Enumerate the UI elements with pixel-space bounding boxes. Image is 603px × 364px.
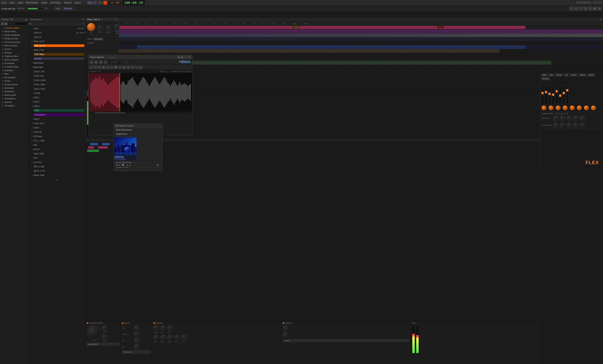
- filter-btn-bite[interactable]: Bite: [548, 73, 554, 77]
- sidebar-item-backup[interactable]: ▶ Backup: [0, 51, 28, 54]
- color-knob[interactable]: [102, 334, 107, 340]
- mode-selector[interactable]: Line: [54, 7, 61, 10]
- channel-row-chord-lume[interactable]: Chord...lume: [28, 87, 85, 91]
- browser-fwd-btn[interactable]: ▶: [4, 22, 8, 25]
- env-knob-r[interactable]: [580, 115, 585, 121]
- reverb-color-knob[interactable]: [153, 335, 159, 340]
- edison-prev-preset[interactable]: ◀: [177, 56, 180, 59]
- tags-arrow-left[interactable]: ◀: [126, 164, 128, 166]
- ed-tool-trim[interactable]: ⊟: [127, 66, 130, 69]
- menu-edit[interactable]: EDIT: [10, 1, 15, 4]
- sidebar-item-my-projects[interactable]: ▶ My projects: [0, 76, 28, 79]
- sidebar-item-soundfonts[interactable]: ▶ Soundfonts: [0, 97, 28, 100]
- channel-row-noise-mbal[interactable]: 6 Noise..mbal: [28, 173, 85, 178]
- filter-knob-2[interactable]: [549, 105, 553, 110]
- filter-slider-7[interactable]: [562, 86, 565, 104]
- tool-btn-1[interactable]: ✎: [569, 7, 573, 11]
- filter-knob-1[interactable]: [542, 105, 546, 110]
- stop-btn[interactable]: ■: [98, 1, 102, 5]
- delay-feedback-knob[interactable]: [134, 332, 139, 337]
- menu-help[interactable]: HELP: [75, 1, 81, 4]
- sidebar-item-plugin-presets[interactable]: ▶ Plugin presets: [0, 37, 28, 40]
- sidebar-item-demo-projects[interactable]: ▶ Demo projects: [0, 58, 28, 61]
- delay-time-knob[interactable]: [134, 325, 139, 331]
- tool-btn-7[interactable]: ⚙: [598, 7, 602, 11]
- preset-item-gentle-force[interactable]: Gentle Force: [114, 169, 162, 171]
- ed-tool-normalize[interactable]: ≡: [118, 66, 122, 69]
- channel-rack-close[interactable]: ✕: [82, 18, 84, 21]
- filter-slider-2[interactable]: [545, 86, 547, 104]
- reverb-speed-knob[interactable]: [167, 335, 173, 340]
- channel-row-linn-tom[interactable]: 42 Linn Tom: [28, 160, 85, 165]
- crash-add-icon[interactable]: +: [83, 127, 84, 129]
- filter-slider-1[interactable]: [541, 86, 544, 104]
- lowpass-btn[interactable]: Low pass 12: [87, 343, 119, 346]
- tool-btn-2[interactable]: ⊕: [574, 7, 578, 11]
- env-knob-s[interactable]: [573, 115, 579, 121]
- channel-row-attac14[interactable]: 14 Attac..ap 14: [28, 44, 85, 48]
- limiter-enable[interactable]: [283, 322, 284, 324]
- tool-btn-3[interactable]: ✂: [579, 7, 583, 11]
- menu-view[interactable]: VIEW: [41, 1, 47, 4]
- filter-btn-filter[interactable]: Filter: [541, 73, 548, 77]
- vol-knob[interactable]: [87, 23, 95, 31]
- cutoff-knob[interactable]: [87, 325, 100, 339]
- vol-env-knob-a[interactable]: [553, 123, 559, 128]
- channel-row-fill-snare[interactable]: 13 Fill Snare: [28, 134, 85, 139]
- delay-enable[interactable]: [122, 322, 124, 324]
- tags-search-icon[interactable]: 🔍: [122, 164, 125, 167]
- channel-row-clap4[interactable]: 4 Clap 4: [28, 117, 85, 121]
- reverb-mix2-knob[interactable]: [182, 335, 187, 340]
- ed-tool-select[interactable]: ⬚: [89, 66, 93, 69]
- ed-tool-zoom[interactable]: 🔍: [114, 66, 118, 69]
- sidebar-item-il-shared[interactable]: ▶ IL shared data: [0, 65, 28, 68]
- edison-play-btn[interactable]: ▶: [94, 60, 98, 64]
- filter-knob-7[interactable]: [584, 105, 589, 110]
- tool-btn-6[interactable]: 🔊: [593, 7, 597, 11]
- channel-row-crash2[interactable]: 30 Crash #2: [28, 130, 85, 134]
- seq-block-4[interactable]: [98, 146, 108, 149]
- sidebar-collapse-btn[interactable]: ◀: [25, 18, 27, 21]
- filter-btn-lofi[interactable]: Lofi: [564, 73, 569, 77]
- volume-slider[interactable]: [28, 8, 43, 10]
- filter-slider-3[interactable]: [548, 86, 551, 104]
- sidebar-item-mixer-presets[interactable]: ▶ Mixer presets: [0, 44, 28, 47]
- channel-row-hat[interactable]: 8 Hat: [28, 143, 85, 147]
- edison-input-select[interactable]: ON INPUT: [109, 61, 120, 64]
- sidebar-item-current-project[interactable]: ▼ Current project: [0, 26, 28, 30]
- filter-slider-4[interactable]: [552, 86, 555, 104]
- menu-options[interactable]: OPTIONS: [50, 1, 61, 4]
- sidebar-item-templates[interactable]: ▶ Templates: [0, 104, 28, 107]
- delay-mod-knob[interactable]: [134, 344, 139, 350]
- filter-btn-phaser[interactable]: Phaser: [579, 73, 587, 77]
- env-knob-a[interactable]: [553, 115, 559, 121]
- channel-row-impor-ride[interactable]: Impor..Ride: [28, 152, 85, 156]
- limiter-knob-1[interactable]: [283, 325, 288, 331]
- channel-row-layer[interactable]: Layer: [28, 26, 85, 31]
- filter-slider-8[interactable]: [566, 86, 569, 104]
- edison-minimize[interactable]: _: [184, 56, 187, 59]
- filter-knob-3[interactable]: [556, 105, 560, 110]
- sidebar-item-channel-presets[interactable]: ▶ Channel presets: [0, 40, 28, 44]
- ed-tool-reverse[interactable]: ⇄: [122, 66, 126, 69]
- seq-block-3[interactable]: [88, 146, 94, 149]
- sidebar-item-scores[interactable]: ▶ Scores: [0, 47, 28, 51]
- seq-block-5[interactable]: [87, 150, 99, 152]
- filter-knob-8[interactable]: [591, 105, 596, 110]
- sidebar-item-clipboard[interactable]: ▶ Clipboard files: [0, 54, 28, 58]
- delay-mix-knob[interactable]: [134, 338, 139, 343]
- vol-env-knob-d[interactable]: [567, 123, 572, 128]
- sidebar-item-recorded[interactable]: ▶ Recorded: [0, 86, 28, 90]
- edison-record-btn[interactable]: ●: [104, 60, 107, 64]
- sidebar-item-impulses[interactable]: ▶ Impulses: [0, 68, 28, 72]
- channel-row-kick[interactable]: 2 Kick: [28, 156, 85, 160]
- channel-row-flex-bass[interactable]: FLEX Bass: [28, 52, 85, 57]
- filter-btn-hpfilter[interactable]: Hp filter: [541, 77, 550, 80]
- reverb-pre-knob[interactable]: [174, 335, 180, 340]
- edison-next-preset[interactable]: ▶: [181, 56, 184, 59]
- vol-env-knob-r[interactable]: [580, 123, 585, 128]
- limiter-knob-2[interactable]: [283, 332, 288, 338]
- sidebar-item-envelopes[interactable]: ▶ Envelopes: [0, 61, 28, 65]
- sidebar-item-speech[interactable]: ▶ Speech: [0, 100, 28, 104]
- filter-knob-4[interactable]: [563, 105, 568, 110]
